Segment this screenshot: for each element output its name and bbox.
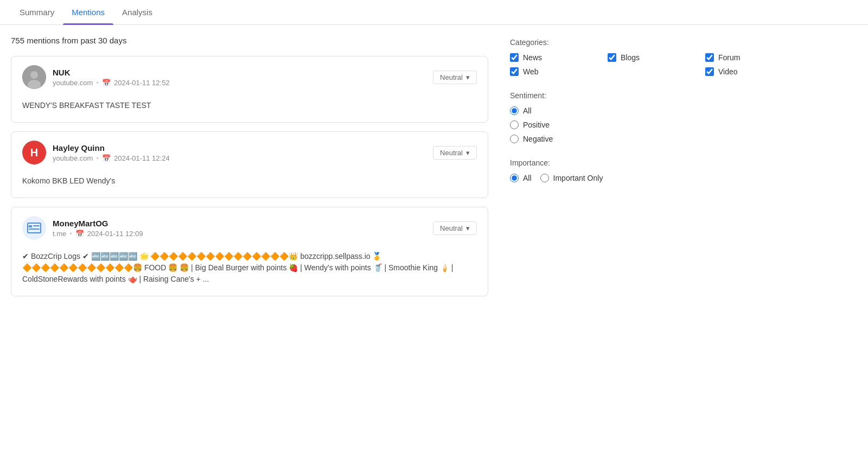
checkbox-video[interactable]: Video: [705, 67, 740, 76]
mention-author: MoneyMartOG t.me • 📅 2024-01-11 12:09: [22, 216, 143, 240]
mention-card: NUK youtube.com • 📅 2024-01-11 12:52 Neu…: [11, 56, 488, 123]
mention-header: MoneyMartOG t.me • 📅 2024-01-11 12:09 Ne…: [22, 216, 477, 240]
svg-point-1: [30, 71, 38, 79]
checkbox-news-input[interactable]: [510, 53, 519, 62]
importance-label: Importance:: [510, 158, 705, 167]
separator: •: [96, 154, 99, 162]
mention-header: H Hayley Quinn youtube.com • 📅 2024-01-1…: [22, 141, 477, 164]
categories-options: News Blogs Forum Web Video: [510, 53, 705, 76]
mention-content: Kokomo BKB LED Wendy's: [22, 171, 477, 189]
mention-header: NUK youtube.com • 📅 2024-01-11 12:52 Neu…: [22, 65, 477, 89]
radio-importance-all-input[interactable]: [510, 174, 519, 182]
checkbox-web-input[interactable]: [510, 67, 519, 76]
source: t.me: [53, 230, 66, 238]
author-info: MoneyMartOG t.me • 📅 2024-01-11 12:09: [53, 219, 143, 238]
categories-filter-group: Categories: News Blogs Forum Web: [510, 38, 705, 76]
author-info: NUK youtube.com • 📅 2024-01-11 12:52: [53, 68, 170, 87]
radio-sentiment-negative-label: Negative: [523, 135, 553, 143]
importance-options: All Important Only: [510, 174, 705, 182]
author-name: NUK: [53, 68, 170, 77]
checkbox-video-input[interactable]: [705, 67, 714, 76]
author-name: MoneyMartOG: [53, 219, 143, 228]
sentiment-badge[interactable]: Neutral ▾: [433, 146, 477, 160]
date: 2024-01-11 12:52: [114, 79, 170, 87]
date: 2024-01-11 12:09: [87, 230, 143, 238]
checkbox-blogs-input[interactable]: [608, 53, 616, 62]
mention-author: NUK youtube.com • 📅 2024-01-11 12:52: [22, 65, 170, 89]
mentions-count: 755 mentions from past 30 days: [11, 36, 488, 45]
radio-sentiment-all-input[interactable]: [510, 106, 519, 115]
main-content: 755 mentions from past 30 days NUK: [0, 25, 868, 316]
checkbox-forum-label: Forum: [718, 53, 740, 62]
author-meta: youtube.com • 📅 2024-01-11 12:24: [53, 154, 170, 162]
calendar-icon: 📅: [75, 230, 84, 238]
source: youtube.com: [53, 79, 93, 87]
chevron-down-icon: ▾: [466, 73, 470, 81]
radio-sentiment-negative[interactable]: Negative: [510, 135, 705, 143]
sentiment-label: Neutral: [440, 224, 463, 232]
author-meta: youtube.com • 📅 2024-01-11 12:52: [53, 79, 170, 87]
sentiment-badge[interactable]: Neutral ▾: [433, 71, 477, 84]
tab-bar: Summary Mentions Analysis: [0, 0, 868, 25]
avatar: H: [22, 141, 46, 164]
radio-sentiment-all[interactable]: All: [510, 106, 705, 115]
radio-sentiment-negative-input[interactable]: [510, 135, 519, 143]
separator: •: [69, 230, 72, 238]
tab-summary[interactable]: Summary: [11, 0, 63, 24]
mention-author: H Hayley Quinn youtube.com • 📅 2024-01-1…: [22, 141, 170, 164]
radio-importance-only-input[interactable]: [540, 174, 549, 182]
sentiment-label: Neutral: [440, 149, 463, 157]
mention-card: H Hayley Quinn youtube.com • 📅 2024-01-1…: [11, 131, 488, 198]
author-info: Hayley Quinn youtube.com • 📅 2024-01-11 …: [53, 143, 170, 162]
sentiment-filter-group: Sentiment: All Positive Negative: [510, 91, 705, 143]
svg-rect-4: [29, 225, 32, 227]
radio-importance-all-label: All: [523, 174, 532, 182]
source: youtube.com: [53, 154, 93, 162]
checkbox-video-label: Video: [718, 67, 738, 76]
svg-rect-3: [28, 223, 41, 233]
sentiment-radio-group: All Positive Negative: [510, 106, 705, 143]
checkbox-news-label: News: [523, 53, 542, 62]
checkbox-web-label: Web: [523, 67, 539, 76]
tab-mentions[interactable]: Mentions: [63, 0, 113, 24]
svg-rect-6: [33, 225, 40, 226]
chevron-down-icon: ▾: [466, 149, 470, 157]
avatar-initial: H: [30, 147, 38, 159]
checkbox-forum-input[interactable]: [705, 53, 714, 62]
avatar: [22, 65, 46, 89]
svg-rect-5: [29, 229, 40, 230]
checkbox-forum[interactable]: Forum: [705, 53, 740, 62]
mentions-section: 755 mentions from past 30 days NUK: [11, 36, 488, 305]
calendar-icon: 📅: [102, 79, 111, 87]
author-meta: t.me • 📅 2024-01-11 12:09: [53, 230, 143, 238]
categories-label: Categories:: [510, 38, 705, 47]
avatar: [22, 216, 46, 240]
chevron-down-icon: ▾: [466, 224, 470, 232]
mention-content: ✔ BozzCrip Logs ✔ 🔤🔤🔤🔤🔤 🌟 🔶🔶🔶🔶🔶🔶🔶🔶🔶🔶🔶🔶🔶🔶…: [22, 246, 477, 287]
radio-importance-only[interactable]: Important Only: [540, 174, 603, 182]
radio-sentiment-all-label: All: [523, 106, 532, 115]
mention-content: WENDY'S BREAKFAST TASTE TEST: [22, 96, 477, 113]
sentiment-label: Neutral: [440, 73, 463, 81]
date: 2024-01-11 12:24: [114, 154, 170, 162]
radio-sentiment-positive-label: Positive: [523, 120, 550, 129]
checkbox-web[interactable]: Web: [510, 67, 608, 76]
sentiment-label: Sentiment:: [510, 91, 705, 100]
author-name: Hayley Quinn: [53, 143, 170, 153]
tab-analysis[interactable]: Analysis: [113, 0, 161, 24]
separator: •: [96, 79, 99, 87]
filters-section: Categories: News Blogs Forum Web: [510, 36, 705, 305]
radio-sentiment-positive-input[interactable]: [510, 120, 519, 129]
radio-importance-only-label: Important Only: [553, 174, 603, 182]
calendar-icon: 📅: [102, 154, 111, 162]
checkbox-news[interactable]: News: [510, 53, 608, 62]
checkbox-blogs[interactable]: Blogs: [608, 53, 705, 62]
checkbox-blogs-label: Blogs: [621, 53, 640, 62]
mention-card: MoneyMartOG t.me • 📅 2024-01-11 12:09 Ne…: [11, 207, 488, 296]
importance-filter-group: Importance: All Important Only: [510, 158, 705, 182]
radio-importance-all[interactable]: All: [510, 174, 532, 182]
sentiment-badge[interactable]: Neutral ▾: [433, 221, 477, 235]
radio-sentiment-positive[interactable]: Positive: [510, 120, 705, 129]
